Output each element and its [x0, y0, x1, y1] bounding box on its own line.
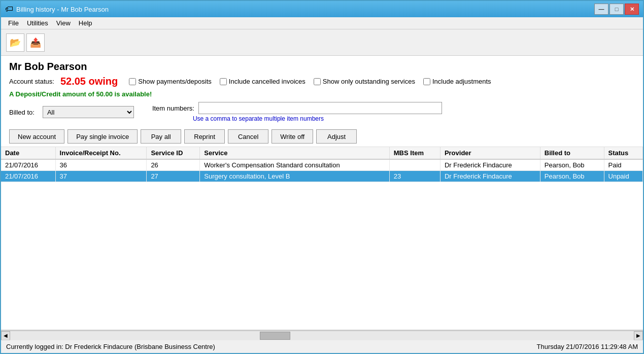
new-account-button[interactable]: New account	[9, 129, 64, 144]
amount-owing: 52.05 owing	[60, 76, 118, 87]
open-folder-button[interactable]: 📂	[6, 33, 24, 52]
scroll-right-button[interactable]: ▶	[634, 331, 643, 340]
main-window: 🏷 Billing history - Mr Bob Pearson — □ ✕…	[0, 0, 644, 354]
menu-file[interactable]: File	[4, 18, 23, 28]
include-cancelled-input[interactable]	[220, 78, 227, 85]
billed-to-label: Billed to:	[9, 109, 35, 116]
col-provider: Provider	[440, 147, 540, 159]
show-payments-input[interactable]	[129, 78, 136, 85]
close-button[interactable]: ✕	[625, 4, 639, 15]
folder-icon: 📂	[10, 37, 21, 48]
table-header: Date Invoice/Receipt No. Service ID Serv…	[1, 147, 643, 159]
export-button[interactable]: 📤	[26, 33, 45, 52]
item-numbers-label: Item numbers:	[152, 104, 194, 112]
col-billed-to: Billed to	[540, 147, 604, 159]
table-cell-7: Unpaid	[604, 171, 642, 182]
logged-in-status: Currently logged in: Dr Frederick Findac…	[6, 343, 215, 350]
include-cancelled-checkbox[interactable]: Include cancelled invoices	[220, 78, 306, 85]
patient-section: Mr Bob Pearson Account status: 52.05 owi…	[1, 56, 643, 126]
table-cell-4	[389, 159, 440, 171]
account-status-row: Account status: 52.05 owing Show payment…	[9, 76, 635, 87]
filters-row: Billed to: All Item numbers: Use a comma…	[9, 102, 635, 122]
pay-all-button[interactable]: Pay all	[141, 129, 181, 144]
include-adjustments-checkbox[interactable]: Include adjustments	[423, 78, 491, 85]
table-cell-5: Dr Frederick Findacure	[440, 171, 540, 182]
col-service: Service	[200, 147, 390, 159]
billing-table: Date Invoice/Receipt No. Service ID Serv…	[1, 147, 643, 182]
export-icon: 📤	[30, 37, 41, 48]
table-cell-3: Worker's Compensation Standard consultat…	[200, 159, 390, 171]
menubar: File Utilities View Help	[1, 17, 643, 29]
title-buttons: — □ ✕	[594, 4, 639, 15]
cancel-button[interactable]: Cancel	[228, 129, 268, 144]
table-row[interactable]: 21/07/20163727Surgery consultation, Leve…	[1, 171, 643, 182]
billed-to-select[interactable]: All	[43, 106, 134, 118]
table-cell-2: 27	[147, 171, 200, 182]
table-cell-2: 26	[147, 159, 200, 171]
horizontal-scrollbar[interactable]: ◀ ▶	[1, 331, 643, 340]
table-cell-0: 21/07/2016	[1, 159, 55, 171]
table-cell-7: Paid	[604, 159, 642, 171]
main-content: Mr Bob Pearson Account status: 52.05 owi…	[1, 56, 643, 353]
col-mbs-item: MBS Item	[389, 147, 440, 159]
show-payments-label: Show payments/deposits	[138, 78, 212, 85]
col-date: Date	[1, 147, 55, 159]
table-cell-0: 21/07/2016	[1, 171, 55, 182]
reprint-button[interactable]: Reprint	[184, 129, 225, 144]
table-container[interactable]: Date Invoice/Receipt No. Service ID Serv…	[1, 147, 643, 331]
item-numbers-row: Item numbers:	[152, 102, 442, 114]
item-numbers-input[interactable]	[198, 102, 442, 114]
include-adjustments-input[interactable]	[423, 78, 430, 85]
col-service-id: Service ID	[147, 147, 200, 159]
header-row: Date Invoice/Receipt No. Service ID Serv…	[1, 147, 643, 159]
toolbar: 📂 📤	[1, 29, 643, 56]
adjust-button[interactable]: Adjust	[316, 129, 357, 144]
patient-name: Mr Bob Pearson	[9, 61, 635, 73]
minimize-button[interactable]: —	[594, 4, 608, 15]
include-adjustments-label: Include adjustments	[432, 78, 491, 85]
table-cell-1: 36	[55, 159, 147, 171]
account-label: Account status:	[9, 78, 54, 85]
table-cell-6: Pearson, Bob	[540, 159, 604, 171]
show-outstanding-label: Show only outstanding services	[323, 78, 415, 85]
table-cell-1: 37	[55, 171, 147, 182]
window-title: Billing history - Mr Bob Pearson	[16, 6, 109, 13]
table-body: 21/07/20163626Worker's Compensation Stan…	[1, 159, 643, 182]
write-off-button[interactable]: Write off	[272, 129, 313, 144]
checkboxes-row: Show payments/deposits Include cancelled…	[129, 78, 635, 85]
scroll-left-button[interactable]: ◀	[1, 331, 10, 340]
col-invoice: Invoice/Receipt No.	[55, 147, 147, 159]
deposit-notice: A Deposit/Credit amount of 50.00 is avai…	[9, 90, 635, 98]
app-icon: 🏷	[5, 5, 13, 14]
show-outstanding-input[interactable]	[314, 78, 321, 85]
datetime-status: Thursday 21/07/2016 11:29:48 AM	[537, 343, 638, 350]
item-hint: Use a comma to separate multiple item nu…	[193, 115, 442, 122]
maximize-button[interactable]: □	[609, 4, 624, 15]
pay-single-invoice-button[interactable]: Pay single invoice	[67, 129, 138, 144]
title-bar-left: 🏷 Billing history - Mr Bob Pearson	[5, 5, 109, 14]
status-bar: Currently logged in: Dr Frederick Findac…	[1, 340, 643, 353]
show-outstanding-checkbox[interactable]: Show only outstanding services	[314, 78, 415, 85]
table-cell-5: Dr Frederick Findacure	[440, 159, 540, 171]
scroll-thumb[interactable]	[260, 332, 290, 340]
include-cancelled-label: Include cancelled invoices	[229, 78, 306, 85]
scroll-track[interactable]	[10, 331, 634, 340]
table-cell-4: 23	[389, 171, 440, 182]
menu-utilities[interactable]: Utilities	[23, 18, 52, 28]
menu-view[interactable]: View	[52, 18, 75, 28]
menu-help[interactable]: Help	[75, 18, 96, 28]
buttons-row: New account Pay single invoice Pay all R…	[1, 126, 643, 147]
table-cell-3: Surgery consultation, Level B	[200, 171, 390, 182]
col-status: Status	[604, 147, 642, 159]
table-row[interactable]: 21/07/20163626Worker's Compensation Stan…	[1, 159, 643, 171]
title-bar: 🏷 Billing history - Mr Bob Pearson — □ ✕	[1, 1, 643, 17]
show-payments-checkbox[interactable]: Show payments/deposits	[129, 78, 212, 85]
item-numbers-section: Item numbers: Use a comma to separate mu…	[152, 102, 442, 122]
table-cell-6: Pearson, Bob	[540, 171, 604, 182]
